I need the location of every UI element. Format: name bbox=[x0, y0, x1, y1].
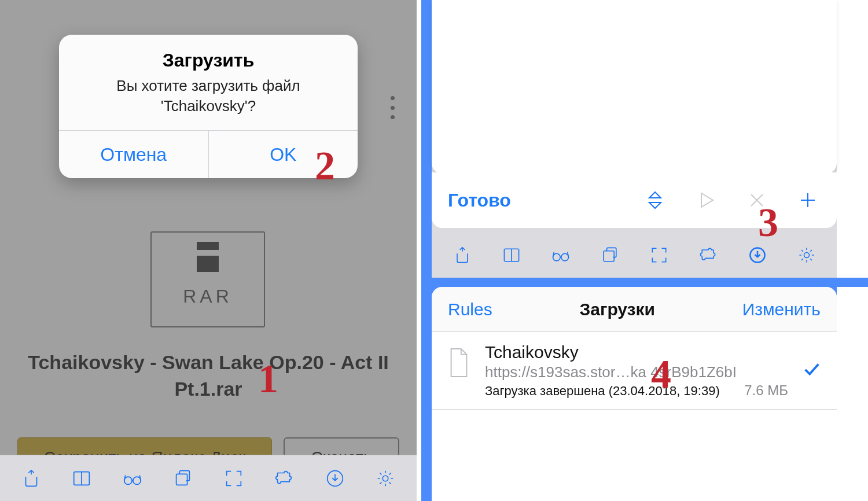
downloads-title: Загрузки bbox=[579, 300, 655, 319]
alert-title: Загрузить bbox=[76, 50, 340, 71]
file-icon bbox=[446, 346, 472, 380]
book-icon[interactable] bbox=[70, 467, 93, 490]
downloads-header: Rules Загрузки Изменить bbox=[432, 287, 837, 332]
download-item-row[interactable]: Tchaikovsky https://s193sas.stor…ka 4srB… bbox=[432, 332, 837, 410]
share-icon[interactable] bbox=[20, 467, 43, 490]
edit-button[interactable]: Изменить bbox=[742, 300, 821, 319]
vertical-separator bbox=[421, 0, 432, 501]
puzzle-icon[interactable] bbox=[273, 467, 296, 490]
tabs-icon[interactable] bbox=[171, 467, 194, 490]
right-edge-strip bbox=[837, 0, 868, 501]
gear-icon[interactable] bbox=[795, 244, 818, 267]
share-icon[interactable] bbox=[451, 244, 474, 267]
fullscreen-icon[interactable] bbox=[648, 244, 671, 267]
download-circle-icon[interactable] bbox=[323, 467, 347, 490]
download-item-size: 7.6 МБ bbox=[744, 382, 788, 399]
download-circle-icon[interactable] bbox=[746, 244, 769, 267]
check-icon bbox=[802, 360, 822, 382]
play-icon[interactable] bbox=[693, 187, 719, 213]
glasses-icon[interactable] bbox=[549, 244, 572, 267]
step-annotation-1: 1 bbox=[258, 359, 278, 399]
alert-message: Вы хотите загрузить файл 'Tchaikovsky'? bbox=[76, 76, 340, 116]
sort-icon[interactable] bbox=[642, 187, 668, 213]
fullscreen-icon[interactable] bbox=[222, 467, 245, 490]
rules-button[interactable]: Rules bbox=[448, 300, 492, 319]
alert-cancel-button[interactable]: Отмена bbox=[59, 131, 208, 178]
step-annotation-2: 2 bbox=[315, 146, 335, 186]
downloads-screen: Rules Загрузки Изменить Tchaikovsky http… bbox=[432, 287, 837, 501]
glasses-icon[interactable] bbox=[121, 467, 144, 490]
puzzle-icon[interactable] bbox=[697, 244, 720, 267]
download-alert: Загрузить Вы хотите загрузить файл 'Tcha… bbox=[59, 35, 358, 178]
tabs-icon[interactable] bbox=[598, 244, 621, 267]
left-bottom-toolbar bbox=[0, 455, 417, 501]
alert-ok-button[interactable]: OK bbox=[208, 131, 358, 178]
step-annotation-4: 4 bbox=[651, 354, 671, 395]
left-screen: RAR Tchaikovsky - Swan Lake Op.20 - Act … bbox=[0, 0, 421, 501]
plus-icon[interactable] bbox=[795, 187, 821, 213]
done-button[interactable]: Готово bbox=[448, 190, 511, 211]
right-top-sheet bbox=[432, 0, 837, 174]
book-icon[interactable] bbox=[500, 244, 523, 267]
gear-icon[interactable] bbox=[374, 467, 397, 490]
horizontal-separator bbox=[432, 278, 868, 287]
step-annotation-3: 3 bbox=[758, 202, 778, 243]
